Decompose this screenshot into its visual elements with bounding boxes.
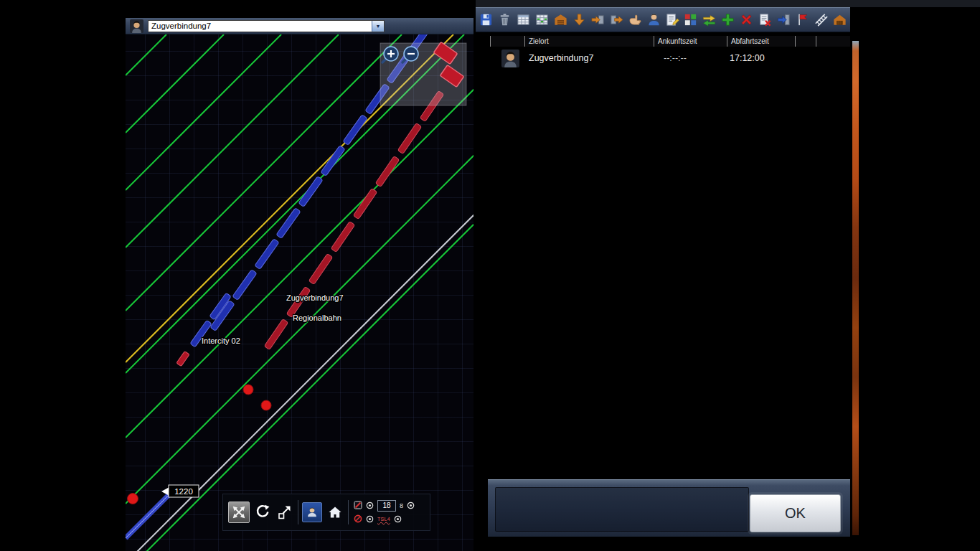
tracks-icon[interactable] [812, 10, 829, 30]
schedule-row[interactable]: Zugverbindung7 --:--:-- 17:12:00 [490, 47, 850, 69]
move-tool-button[interactable] [228, 501, 250, 523]
top-strip [476, 0, 980, 7]
dialog-footer: OK [488, 479, 850, 537]
take-out-icon[interactable] [608, 10, 625, 30]
signal-b-icon[interactable] [354, 513, 362, 526]
count-label: 8 [400, 502, 403, 509]
scale-icon[interactable] [275, 503, 294, 522]
table-header: Zielort Ankunftszeit Abfahrtszeit [490, 36, 850, 47]
distance-value: 1220 [174, 487, 193, 496]
enter-icon[interactable] [776, 10, 793, 30]
schedule-list[interactable]: Zugverbindung7 --:--:-- 17:12:00 [476, 47, 850, 479]
radio-icon[interactable] [366, 513, 374, 526]
table-icon[interactable] [515, 10, 532, 30]
camera-view-button[interactable] [302, 502, 322, 522]
radar-header: Zugverbindung7 ▼ [126, 18, 473, 34]
radio-icon[interactable] [407, 499, 415, 512]
row-driver-avatar-icon [501, 50, 519, 67]
depot-icon[interactable] [552, 10, 570, 30]
block-palette-icon[interactable] [682, 10, 699, 30]
add-icon[interactable] [720, 10, 737, 30]
column-zielort[interactable]: Zielort [524, 36, 654, 47]
hand-icon[interactable] [626, 10, 644, 30]
white-track-line[interactable] [126, 34, 473, 551]
radio-icon[interactable] [394, 513, 402, 526]
delete-document-icon[interactable] [757, 10, 774, 30]
train-select[interactable]: Zugverbindung7 ▼ [148, 20, 385, 32]
toolbar-divider [298, 500, 298, 524]
flag-icon[interactable] [793, 10, 811, 30]
train-select-value: Zugverbindung7 [149, 21, 372, 32]
range-value-box[interactable]: 18 [377, 500, 396, 512]
driver-avatar-icon [130, 19, 143, 33]
row-abfahrtszeit: 17:12:00 [727, 53, 795, 63]
signal-a-icon[interactable] [354, 499, 362, 512]
save-icon[interactable] [478, 10, 495, 30]
column-abfahrtszeit[interactable]: Abfahrtszeit [727, 36, 795, 47]
toolbar-divider [348, 500, 349, 524]
train-label-intercity: Intercity 02 [202, 336, 240, 345]
row-zielort: Zugverbindung7 [524, 53, 654, 63]
dropdown-arrow-icon[interactable]: ▼ [372, 21, 384, 32]
map-toolbar: 18 8 TSL4 [222, 494, 430, 531]
move-down-icon[interactable] [571, 10, 588, 30]
driver-icon[interactable] [645, 10, 662, 30]
track-map[interactable]: Zugverbindung7 Regionalbahn Intercity 02… [126, 34, 473, 551]
row-ankunftszeit: --:--:-- [654, 53, 727, 63]
app-window: Zugverbindung7 ▼ [0, 0, 980, 551]
radio-icon[interactable] [366, 499, 374, 512]
edit-schedule-icon[interactable] [664, 10, 681, 30]
column-icon[interactable] [490, 36, 524, 47]
put-in-icon[interactable] [589, 10, 606, 30]
schedule-toolbar [476, 7, 850, 32]
depot-shed-icon[interactable] [831, 10, 848, 30]
column-ankunftszeit[interactable]: Ankunftszeit [654, 36, 727, 47]
radar-options-cluster: 18 8 TSL4 [354, 500, 415, 525]
table-cells-icon[interactable] [534, 10, 551, 30]
column-extra-1[interactable] [795, 36, 816, 47]
tsl-label: TSL4 [377, 517, 390, 522]
rotate-icon[interactable] [253, 503, 272, 522]
background-3d-scene-sliver [852, 41, 859, 535]
remove-icon[interactable] [738, 10, 755, 30]
train-label-regionalbahn: Regionalbahn [293, 314, 341, 322]
footer-inset [495, 487, 749, 532]
column-extra-2[interactable] [816, 36, 849, 47]
home-icon[interactable] [326, 503, 344, 522]
train-label-zugverbindung7: Zugverbindung7 [286, 293, 344, 302]
delete-icon[interactable] [496, 10, 514, 30]
green-track-lines[interactable] [126, 34, 473, 551]
swap-direction-icon[interactable] [701, 10, 718, 30]
ok-button[interactable]: OK [750, 494, 841, 532]
signal-dots[interactable] [128, 385, 272, 504]
